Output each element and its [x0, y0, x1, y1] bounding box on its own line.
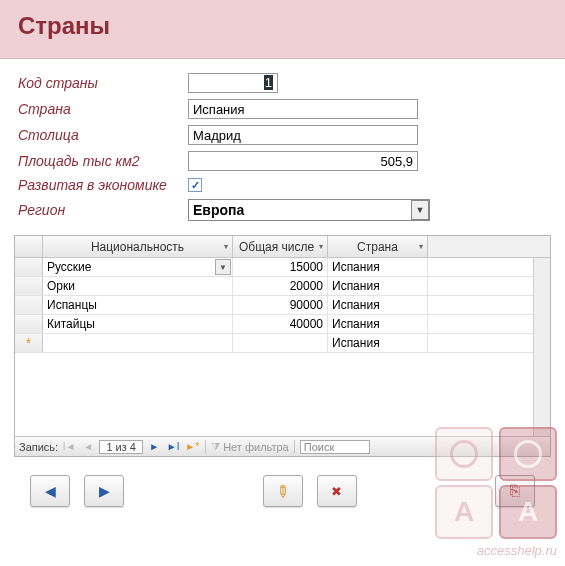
- cell-population[interactable]: [233, 334, 328, 352]
- cell-country[interactable]: Испания: [328, 277, 428, 295]
- col-country[interactable]: Страна▾: [328, 236, 428, 257]
- delete-button[interactable]: ✖: [317, 475, 357, 507]
- cell-nationality[interactable]: Орки: [43, 277, 233, 295]
- row-selector[interactable]: [15, 296, 43, 314]
- button-bar: ◀ ▶ ✎ ✖ ⎘: [0, 457, 565, 525]
- form-area: Код страны 1 Страна Столица Площадь тыс …: [0, 59, 565, 231]
- watermark-text: accesshelp.ru: [477, 543, 557, 558]
- label-region: Регион: [18, 202, 188, 218]
- row-selector[interactable]: [15, 258, 43, 276]
- funnel-icon: ⧩: [211, 440, 220, 453]
- cell-nationality[interactable]: [43, 334, 233, 352]
- cell-nationality[interactable]: Русские▼: [43, 258, 233, 276]
- cell-country[interactable]: Испания: [328, 258, 428, 276]
- field-country[interactable]: [188, 99, 418, 119]
- close-button[interactable]: ⎘: [495, 475, 535, 507]
- field-code[interactable]: 1: [188, 73, 278, 93]
- exit-icon: ⎘: [510, 482, 520, 500]
- pencil-icon: ✎: [271, 480, 294, 503]
- nav-new-icon[interactable]: ►*: [184, 439, 200, 455]
- nav-prev-icon[interactable]: ◄: [80, 439, 96, 455]
- label-developed: Развитая в экономике: [18, 177, 188, 193]
- cell-country[interactable]: Испания: [328, 315, 428, 333]
- vertical-scrollbar[interactable]: [533, 258, 550, 436]
- cell-population[interactable]: 90000: [233, 296, 328, 314]
- nav-first-icon[interactable]: I◄: [61, 439, 77, 455]
- cell-nationality[interactable]: Испанцы: [43, 296, 233, 314]
- field-region[interactable]: [188, 199, 430, 221]
- edit-button[interactable]: ✎: [263, 475, 303, 507]
- cell-nationality[interactable]: Китайцы: [43, 315, 233, 333]
- nav-next-icon[interactable]: ►: [146, 439, 162, 455]
- delete-icon: ✖: [331, 484, 342, 499]
- subform-grid: Национальность▾ Общая числе▾ Страна▾ Рус…: [14, 235, 551, 457]
- field-capital[interactable]: [188, 125, 418, 145]
- table-row: Испанцы 90000 Испания: [15, 296, 550, 315]
- region-dropdown-icon[interactable]: ▼: [411, 200, 429, 220]
- cell-population[interactable]: 40000: [233, 315, 328, 333]
- nav-record-label: Запись:: [19, 441, 58, 453]
- arrow-right-icon: ▶: [99, 483, 110, 499]
- chevron-down-icon[interactable]: ▾: [224, 242, 228, 251]
- cell-country[interactable]: Испания: [328, 296, 428, 314]
- arrow-left-icon: ◀: [45, 483, 56, 499]
- prev-record-button[interactable]: ◀: [30, 475, 70, 507]
- nav-last-icon[interactable]: ►I: [165, 439, 181, 455]
- nav-search[interactable]: Поиск: [300, 440, 370, 454]
- row-selector[interactable]: [15, 315, 43, 333]
- table-row: Китайцы 40000 Испания: [15, 315, 550, 334]
- label-capital: Столица: [18, 127, 188, 143]
- table-new-row: Испания: [15, 334, 550, 353]
- chevron-down-icon[interactable]: ▾: [419, 242, 423, 251]
- table-row: Орки 20000 Испания: [15, 277, 550, 296]
- cell-country[interactable]: Испания: [328, 334, 428, 352]
- checkbox-developed[interactable]: ✓: [188, 178, 202, 192]
- grid-header: Национальность▾ Общая числе▾ Страна▾: [15, 236, 550, 258]
- col-population[interactable]: Общая числе▾: [233, 236, 328, 257]
- cell-population[interactable]: 20000: [233, 277, 328, 295]
- grid-body: Русские▼ 15000 Испания Орки 20000 Испани…: [15, 258, 550, 436]
- table-row: Русские▼ 15000 Испания: [15, 258, 550, 277]
- label-area: Площадь тыс км2: [18, 153, 188, 169]
- next-record-button[interactable]: ▶: [84, 475, 124, 507]
- cell-population[interactable]: 15000: [233, 258, 328, 276]
- label-country: Страна: [18, 101, 188, 117]
- new-row-marker[interactable]: [15, 334, 43, 352]
- page-title: Страны: [18, 12, 547, 40]
- nav-position[interactable]: 1 из 4: [99, 440, 143, 454]
- form-header: Страны: [0, 0, 565, 59]
- filter-indicator[interactable]: ⧩ Нет фильтра: [211, 440, 289, 453]
- chevron-down-icon[interactable]: ▾: [319, 242, 323, 251]
- label-code: Код страны: [18, 75, 188, 91]
- col-nationality[interactable]: Национальность▾: [43, 236, 233, 257]
- record-navigator: Запись: I◄ ◄ 1 из 4 ► ►I ►* ⧩ Нет фильтр…: [15, 436, 550, 456]
- field-area[interactable]: [188, 151, 418, 171]
- row-selector[interactable]: [15, 277, 43, 295]
- chevron-down-icon[interactable]: ▼: [215, 259, 231, 275]
- row-selector-header[interactable]: [15, 236, 43, 257]
